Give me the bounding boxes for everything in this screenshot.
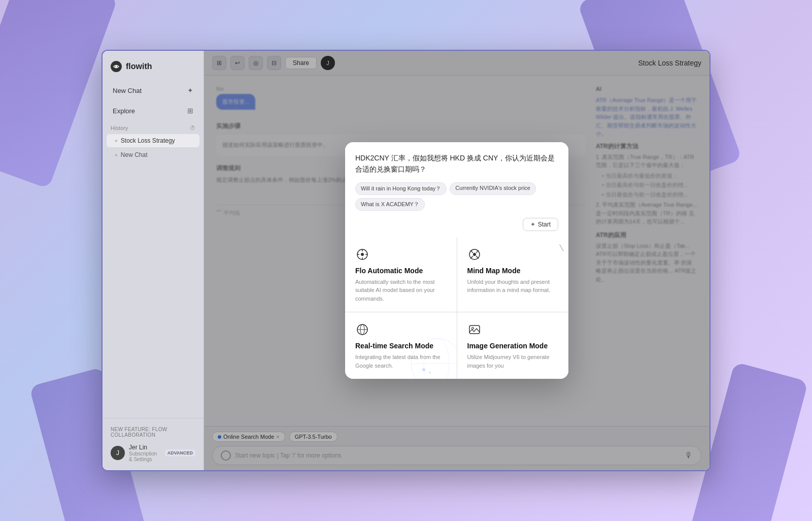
user-name: Jer Lin <box>129 444 161 451</box>
suggestion-1[interactable]: Will it rain in Hong Kong today？ <box>355 182 447 195</box>
user-row[interactable]: J Jer Lin Subscription & Settings ADVANC… <box>109 442 197 464</box>
flo-icon <box>355 247 369 262</box>
modal-overlay[interactable]: HDK2CNY 汇率，假如我想将 HKD 换成 CNY，你认为近期会是合适的兑换… <box>204 51 709 470</box>
svg-point-16 <box>411 338 457 379</box>
svg-rect-21 <box>469 325 480 334</box>
image-generation-card[interactable]: Image Generation Mode Utilize Midjourney… <box>457 312 569 379</box>
user-subtitle: Subscription & Settings <box>129 451 161 462</box>
mode-cards: Flo Automatic Mode Automatically switch … <box>345 237 568 379</box>
modal-question-area: HDK2CNY 汇率，假如我想将 HKD 换成 CNY，你认为近期会是合适的兑换… <box>345 142 568 237</box>
modal-actions: ✦ Start <box>355 216 558 231</box>
slash-decoration: / <box>557 243 567 253</box>
question-text: HDK2CNY 汇率，假如我想将 HKD 换成 CNY，你认为近期会是合适的兑换… <box>355 152 558 175</box>
suggestion-3[interactable]: What is X ACADEMY？ <box>355 198 425 211</box>
svg-line-12 <box>476 256 479 258</box>
mindmap-icon <box>467 247 482 262</box>
svg-point-2 <box>361 253 364 256</box>
history-label: History ⏱ <box>103 121 204 133</box>
svg-point-22 <box>471 328 473 330</box>
feature-banner: NEW FEATURE: Flow Collaboration <box>109 425 197 442</box>
suggestion-tags: Will it rain in Hong Kong today？ Current… <box>355 182 558 211</box>
logo-area: flowith <box>103 51 204 80</box>
svg-line-9 <box>470 250 473 253</box>
svg-point-0 <box>115 66 117 68</box>
mind-map-card[interactable]: / Mind Map Mode Un <box>457 237 569 312</box>
explore-icon: ⊞ <box>187 107 193 115</box>
image-gen-icon <box>467 322 482 337</box>
main-content: ⊞ ↩ ◎ ⊟ Share J Stock Loss Strategy Me 股… <box>204 51 709 470</box>
svg-point-19 <box>422 368 425 371</box>
app-window: flowith New Chat ✦ Explore ⊞ History ⏱ +… <box>101 50 710 471</box>
svg-line-11 <box>470 256 473 258</box>
avatar: J <box>111 446 125 460</box>
advanced-badge: ADVANCED <box>165 449 195 457</box>
svg-point-17 <box>424 338 449 379</box>
image-gen-title: Image Generation Mode <box>467 342 559 350</box>
history-section: + Stock Loss Strategy + New Chat <box>103 133 204 418</box>
flo-title: Flo Automatic Mode <box>355 267 447 275</box>
history-item-stock[interactable]: + Stock Loss Strategy <box>107 134 199 147</box>
new-chat-icon: ✦ <box>187 86 193 94</box>
mindmap-desc: Unfold your thoughts and present informa… <box>467 278 559 295</box>
svg-point-20 <box>429 372 431 374</box>
flo-automatic-card[interactable]: Flo Automatic Mode Automatically switch … <box>345 237 457 312</box>
history-item-new-chat[interactable]: + New Chat <box>107 148 199 161</box>
modal-container: HDK2CNY 汇率，假如我想将 HKD 换成 CNY，你认为近期会是合适的兑换… <box>345 142 568 379</box>
flo-desc: Automatically switch to the most suitabl… <box>355 278 447 303</box>
logo-text: flowith <box>126 62 152 71</box>
sidebar: flowith New Chat ✦ Explore ⊞ History ⏱ +… <box>103 51 204 470</box>
search-icon <box>355 322 369 337</box>
suggestion-2[interactable]: Currently NVIDIA's stock price <box>450 182 536 195</box>
explore-button[interactable]: Explore ⊞ <box>107 103 199 119</box>
logo-icon <box>111 61 122 72</box>
new-chat-button[interactable]: New Chat ✦ <box>107 82 199 99</box>
start-button[interactable]: ✦ Start <box>523 218 558 231</box>
svg-line-10 <box>476 250 479 253</box>
mindmap-title: Mind Map Mode <box>467 267 559 275</box>
sidebar-bottom: NEW FEATURE: Flow Collaboration J Jer Li… <box>103 418 204 470</box>
image-gen-desc: Utilize Midjourney V6 to generate images… <box>467 353 559 370</box>
realtime-search-card[interactable]: Real-time Search Mode Integrating the la… <box>345 312 457 379</box>
svg-point-8 <box>473 253 476 256</box>
